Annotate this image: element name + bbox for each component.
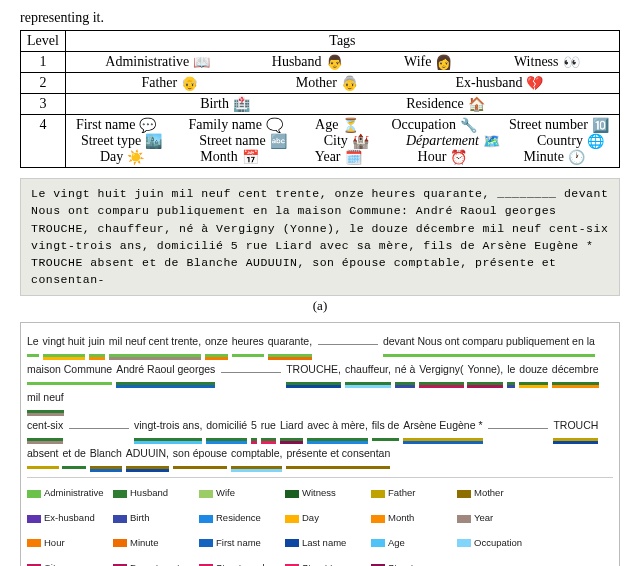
tag-item: Country🌐	[537, 133, 604, 149]
tag-item: Wife👩	[404, 54, 452, 70]
legend-label: Age	[388, 532, 405, 555]
tag-emoji-icon: 🏙️	[145, 133, 162, 149]
tag-item: Street name🔤	[199, 133, 286, 149]
tag-item: Street number🔟	[509, 117, 609, 133]
annot-segment: mil neuf cent trente,	[109, 329, 201, 357]
legend-label: Minute	[130, 532, 159, 555]
legend-swatch-icon	[27, 539, 41, 547]
tag-item: Month📅	[200, 149, 258, 165]
legend-item: Street name	[371, 557, 451, 566]
tag-emoji-icon: 👴	[181, 75, 198, 91]
legend-item: Father	[371, 482, 451, 505]
annot-segment: présente et consentan	[286, 441, 390, 469]
annot-segment: le	[507, 357, 515, 385]
legend-label: Ex-husband	[44, 507, 95, 530]
tag-item: Hour⏰	[418, 149, 468, 165]
annot-segment: né à	[395, 357, 415, 385]
annot-segment: André Raoul georges	[116, 357, 215, 385]
legend-label: Month	[388, 507, 414, 530]
annot-segment: Blanch	[90, 441, 122, 469]
tag-emoji-icon: ⏰	[450, 149, 467, 165]
annot-segment: avec à mère,	[307, 413, 368, 441]
legend-item: City	[27, 557, 107, 566]
legend-swatch-icon	[27, 490, 41, 498]
tag-item: Birth🏥	[200, 96, 250, 112]
annot-segment: Liard	[280, 413, 303, 441]
tag-emoji-icon: 👨	[326, 54, 343, 70]
legend-item: Hour	[27, 532, 107, 555]
annot-segment: absent	[27, 441, 59, 469]
tag-item: Ex-husband💔	[456, 75, 544, 91]
legend: AdministrativeHusbandWifeWitnessFatherMo…	[27, 477, 613, 566]
annot-segment: cent-six	[27, 413, 63, 441]
legend-swatch-icon	[199, 539, 213, 547]
annot-segment: ADUUIN,	[126, 441, 169, 469]
blank-gap	[69, 428, 129, 429]
tag-emoji-icon: 🌐	[587, 133, 604, 149]
legend-label: City	[44, 557, 60, 566]
tags-cell: Administrative📖Husband👨Wife👩Witness👀	[65, 52, 619, 73]
tag-emoji-icon: 🔤	[270, 133, 287, 149]
tag-emoji-icon: 👩	[435, 54, 452, 70]
annot-segment: onze	[205, 329, 228, 357]
legend-label: Residence	[216, 507, 261, 530]
tag-emoji-icon: 🗨️	[266, 117, 283, 133]
legend-label: Department	[130, 557, 180, 566]
tag-item: Husband👨	[272, 54, 343, 70]
tag-emoji-icon: 🗺️	[483, 133, 500, 149]
legend-item: Ex-husband	[27, 507, 107, 530]
legend-label: Street number	[216, 557, 276, 566]
tag-item: Day☀️	[100, 149, 144, 165]
tag-item: Witness👀	[514, 54, 580, 70]
annotated-transcript: Le vingt huit juin mil neuf cent trente,…	[20, 322, 620, 567]
tag-emoji-icon: 💬	[139, 117, 156, 133]
legend-label: Birth	[130, 507, 150, 530]
annot-segment: vingt-trois ans,	[134, 413, 202, 441]
annot-segment: Arsène Eugène *	[403, 413, 482, 441]
annot-segment: Le	[27, 329, 39, 357]
annot-segment: 5	[251, 413, 257, 441]
tag-item: Minute🕐	[523, 149, 584, 165]
annot-segment: quarante,	[268, 329, 312, 357]
legend-swatch-icon	[457, 515, 471, 523]
annot-segment: comptable,	[231, 441, 282, 469]
tag-item: Street type🏙️	[81, 133, 162, 149]
level-cell: 1	[21, 52, 66, 73]
annot-segment: devant Nous ont comparu publiquement en …	[383, 329, 595, 357]
tag-item: Administrative📖	[105, 54, 210, 70]
legend-label: First name	[216, 532, 261, 555]
legend-swatch-icon	[285, 539, 299, 547]
intro-text: representing it.	[20, 10, 620, 26]
level-cell: 4	[21, 115, 66, 168]
legend-item: Minute	[113, 532, 193, 555]
legend-swatch-icon	[113, 539, 127, 547]
tag-emoji-icon: 🏥	[233, 96, 250, 112]
annot-segment: domicilié	[206, 413, 247, 441]
annot-segment: rue	[261, 413, 276, 441]
legend-item: Residence	[199, 507, 279, 530]
tag-item: First name💬	[76, 117, 157, 133]
legend-swatch-icon	[371, 490, 385, 498]
annot-segment: vingt huit	[43, 329, 85, 357]
legend-item: Wife	[199, 482, 279, 505]
tag-emoji-icon: 🏠	[468, 96, 485, 112]
scan-excerpt: Le vingt huit juin mil neuf cent trente,…	[20, 178, 620, 296]
legend-label: Hour	[44, 532, 65, 555]
annot-segment: son épouse	[173, 441, 227, 469]
tag-item: Occupation🔧	[391, 117, 477, 133]
legend-item: Mother	[457, 482, 537, 505]
legend-item: Age	[371, 532, 451, 555]
legend-swatch-icon	[371, 539, 385, 547]
level-cell: 3	[21, 94, 66, 115]
annot-segment: juin	[89, 329, 105, 357]
tags-cell: Birth🏥Residence🏠	[65, 94, 619, 115]
legend-item: Administrative	[27, 482, 107, 505]
tag-item: Residence🏠	[406, 96, 485, 112]
legend-swatch-icon	[113, 515, 127, 523]
legend-item: Department	[113, 557, 193, 566]
col-tags: Tags	[65, 31, 619, 52]
annot-segment: décembre	[552, 357, 599, 385]
annot-segment: heures	[232, 329, 264, 357]
tag-item: City🏰	[324, 133, 369, 149]
legend-label: Occupation	[474, 532, 522, 555]
